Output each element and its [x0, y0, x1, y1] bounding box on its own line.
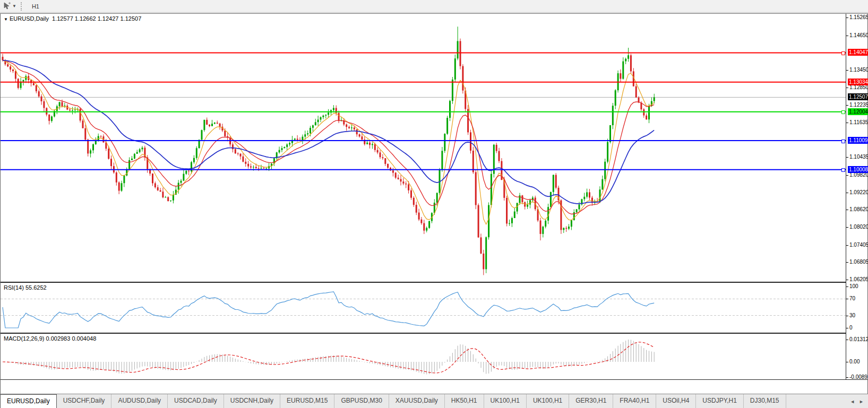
caret-down-icon[interactable]: ▼: [12, 4, 16, 8]
price-tick: [846, 70, 848, 71]
rsi-tick: [846, 287, 848, 287]
price-tick-label: 1.15265: [849, 14, 868, 20]
macd-label: MACD(12,26,9) 0.002983 0.004048: [4, 335, 96, 342]
tab-scroll-left-icon[interactable]: ◄: [850, 399, 855, 404]
mt4-window: ▼ M1M5M15M30H1H4D1W1MN ▼ EURUSD,Daily 1.…: [0, 0, 868, 408]
chart-tab-audusd-daily[interactable]: AUDUSD,Daily: [111, 394, 168, 408]
cursor-tool-icon[interactable]: [2, 2, 12, 11]
price-tick-label: 1.13450: [849, 67, 868, 73]
rsi-tick-label: 0: [849, 325, 853, 331]
price-tick: [846, 262, 848, 263]
macd-tick-label: 0.013121: [849, 336, 868, 342]
level-price-label[interactable]: 1.14047: [848, 49, 868, 56]
chart-title: ▼ EURUSD,Daily 1.12577 1.12662 1.12427 1…: [4, 15, 141, 22]
level-price-label[interactable]: 1.12004: [848, 108, 868, 115]
price-tick-label: 1.14650: [849, 32, 868, 38]
price-tick-label: 1.09220: [849, 189, 868, 195]
level-price-label[interactable]: 1.11009: [848, 137, 868, 144]
chart-tab-gbpusd-m30[interactable]: GBPUSD,M30: [334, 394, 389, 408]
chart-tab-bar: EURUSD,DailyUSDCHF,DailyAUDUSD,DailyUSDC…: [0, 394, 868, 408]
price-tick: [846, 210, 848, 210]
chart-tab-eurusd-daily[interactable]: EURUSD,Daily: [0, 394, 57, 408]
current-price-label[interactable]: 1.12507: [848, 93, 868, 100]
rsi-tick: [846, 316, 848, 316]
price-tick-label: 1.10435: [849, 154, 868, 160]
chart-tab-xauusd-daily[interactable]: XAUUSD,Daily: [389, 394, 445, 408]
pane-separator: [1, 379, 867, 380]
price-tick: [846, 245, 848, 246]
chart-tab-fra40-h1[interactable]: FRA40,H1: [613, 394, 656, 408]
price-tick-label: 1.07405: [849, 242, 868, 248]
rsi-tick-label: 100: [849, 283, 858, 289]
chart-tab-usoil-h4[interactable]: USOil,H4: [656, 394, 696, 408]
price-tick: [846, 280, 848, 280]
chart-tab-dj30-m15[interactable]: DJ30,M15: [744, 394, 786, 408]
price-tick: [846, 193, 848, 193]
price-tick-label: 1.06805: [849, 259, 868, 265]
price-tick-label: 1.11635: [849, 119, 868, 125]
macd-tick: [846, 362, 848, 362]
timeframe-button-h1[interactable]: H1: [27, 2, 48, 11]
chart-tab-usdjpy-h1[interactable]: USDJPY,H1: [696, 394, 743, 408]
price-tick-label: 1.12235: [849, 102, 868, 108]
price-tick: [846, 88, 848, 88]
chart-tab-eurusd-m15[interactable]: EURUSD,M15: [280, 394, 334, 408]
chart-window: ▼ EURUSD,Daily 1.12577 1.12662 1.12427 1…: [0, 13, 868, 394]
level-price-label[interactable]: 1.13034: [848, 79, 868, 85]
price-tick-label: 1.08620: [849, 206, 868, 212]
chart-tab-uk100-h1[interactable]: UK100,H1: [484, 394, 527, 408]
price-tick: [846, 157, 848, 158]
price-tick: [846, 18, 848, 18]
rsi-tick-label: 70: [849, 296, 855, 301]
macd-tick: [846, 377, 848, 378]
line-drag-handle[interactable]: [841, 51, 845, 55]
rsi-indicator-pane[interactable]: [1, 283, 846, 333]
line-drag-handle[interactable]: [841, 110, 845, 114]
rsi-tick-label: 30: [849, 312, 855, 318]
line-drag-handle[interactable]: [841, 168, 845, 172]
chart-tab-ger30-h1[interactable]: GER30,H1: [569, 394, 613, 408]
macd-tick-label: 0.00: [849, 359, 860, 364]
macd-tick: [846, 340, 848, 340]
price-tick: [846, 36, 848, 36]
chart-tab-usdcnh-daily[interactable]: USDCNH,Daily: [224, 394, 280, 408]
line-drag-handle[interactable]: [841, 140, 845, 143]
level-price-label[interactable]: 1.10008: [848, 166, 868, 173]
macd-indicator-pane[interactable]: [1, 334, 846, 379]
tab-scroll-right-icon[interactable]: ►: [859, 399, 864, 404]
price-tick-label: 1.06205: [849, 276, 868, 282]
chart-tab-hk50-h1[interactable]: HK50,H1: [445, 394, 484, 408]
tab-scroll-arrows: ◄►: [850, 394, 868, 408]
price-axis-line: [846, 14, 846, 379]
chart-tab-usdcad-daily[interactable]: USDCAD,Daily: [168, 394, 224, 408]
chart-tab-uk100-h1[interactable]: UK100,H1: [527, 394, 569, 408]
rsi-label: RSI(14) 55.6252: [4, 284, 47, 291]
macd-tick-label: -0.00893: [849, 374, 868, 380]
price-tick-label: 1.08020: [849, 224, 868, 230]
chart-tab-usdchf-daily[interactable]: USDCHF,Daily: [57, 394, 112, 408]
price-tick: [846, 227, 848, 228]
symbol-dropdown-icon[interactable]: ▼: [4, 17, 8, 22]
toolbar: ▼ M1M5M15M30H1H4D1W1MN: [0, 0, 868, 13]
rsi-tick: [846, 299, 848, 299]
price-tick: [846, 123, 848, 123]
price-chart-pane[interactable]: [1, 14, 846, 282]
price-tick: [846, 105, 848, 106]
rsi-tick: [846, 328, 848, 328]
toolbar-drag-handle[interactable]: [21, 2, 23, 11]
chart-tabs: EURUSD,DailyUSDCHF,DailyAUDUSD,DailyUSDC…: [0, 394, 786, 408]
price-tick: [846, 175, 848, 176]
